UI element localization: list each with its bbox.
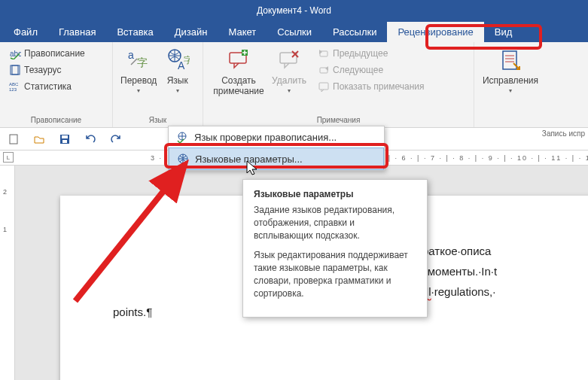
language-label: Язык — [167, 75, 188, 86]
title-bar: Документ4 - Word — [0, 0, 588, 21]
svg-rect-15 — [319, 83, 328, 90]
new-comment-label: Создать примечание — [211, 75, 267, 96]
svg-rect-22 — [62, 140, 67, 143]
track-changes-label: Исправления — [483, 75, 538, 86]
group-comments: Создать примечание Удалить ▾ Предыдущее — [203, 42, 474, 127]
new-comment-button[interactable]: Создать примечание — [209, 45, 268, 99]
vruler-tick: 2 — [3, 188, 7, 196]
chevron-down-icon: ▾ — [509, 87, 512, 94]
translate-button[interactable]: а字 Перевод ▾ — [119, 45, 158, 97]
qat-new-button[interactable] — [6, 132, 21, 147]
tab-layout[interactable]: Макет — [218, 22, 267, 42]
menu-language-preferences[interactable]: Языковые параметры... — [169, 147, 384, 170]
prev-comment-button[interactable]: Предыдущее — [315, 45, 428, 62]
new-comment-icon — [227, 48, 251, 72]
tab-home[interactable]: Главная — [48, 22, 106, 42]
ruler-tab-selector[interactable]: L — [3, 152, 14, 163]
thesaurus-icon — [9, 64, 21, 76]
tab-file[interactable]: Файл — [3, 22, 48, 42]
svg-rect-19 — [10, 135, 17, 144]
prev-comment-icon — [318, 47, 330, 59]
svg-text:字: 字 — [137, 56, 148, 68]
tooltip-paragraph-1: Задание языков редактирования, отображен… — [254, 204, 416, 242]
menu-set-proofing-language[interactable]: Язык проверки правописания... — [169, 126, 384, 147]
tab-references[interactable]: Ссылки — [267, 22, 322, 42]
qat-redo-button[interactable] — [108, 132, 123, 147]
track-changes-button[interactable]: Исправления ▾ — [480, 45, 541, 97]
chevron-down-icon: ▾ — [137, 87, 140, 94]
tracking-status-label: Запись испр — [542, 129, 585, 138]
show-comments-button[interactable]: Показать примечания — [315, 78, 428, 95]
next-comment-label: Следующее — [333, 65, 383, 75]
show-comments-label: Показать примечания — [333, 81, 425, 92]
svg-text:а: а — [128, 49, 134, 61]
group-proofing-label: Правописание — [6, 114, 106, 126]
statistics-button[interactable]: ABC123 Статистика — [6, 78, 88, 95]
tab-mailings[interactable]: Рассылки — [322, 22, 387, 42]
svg-text:字: 字 — [184, 55, 190, 65]
thesaurus-label: Тезаурус — [24, 65, 61, 75]
track-changes-icon — [498, 48, 522, 72]
svg-text:ABC: ABC — [9, 82, 19, 87]
qat-undo-button[interactable] — [83, 132, 98, 147]
tab-view[interactable]: Вид — [484, 22, 523, 42]
group-comments-label: Примечания — [209, 114, 468, 126]
tab-review[interactable]: Рецензирование — [387, 22, 483, 42]
next-comment-icon — [318, 64, 330, 76]
chevron-down-icon: ▾ — [288, 87, 291, 94]
menu-proofing-label: Язык проверки правописания... — [194, 132, 337, 143]
vruler-tick: 1 — [3, 226, 7, 233]
thesaurus-button[interactable]: Тезаурус — [6, 62, 88, 78]
tab-insert[interactable]: Вставка — [106, 22, 163, 42]
svg-rect-16 — [503, 51, 516, 69]
svg-rect-21 — [62, 135, 68, 138]
statistics-icon: ABC123 — [9, 81, 21, 93]
qat-save-button[interactable] — [57, 132, 72, 147]
statistics-label: Статистика — [24, 81, 72, 92]
delete-comment-label: Удалить — [272, 75, 306, 86]
tooltip-paragraph-2: Язык редактирования поддерживает такие я… — [254, 249, 416, 299]
language-preferences-icon — [177, 153, 189, 165]
group-tracking: Исправления ▾ Запись испр — [474, 42, 572, 127]
qat-open-button[interactable] — [32, 132, 47, 147]
translate-icon: а字 — [126, 48, 151, 72]
language-icon: A字 — [166, 48, 190, 72]
translate-label: Перевод — [120, 75, 157, 86]
delete-comment-icon — [277, 48, 301, 72]
ribbon: abc Правописание Тезаурус ABC123 Статист… — [0, 42, 588, 128]
menu-langprefs-label: Языковые параметры... — [195, 154, 303, 165]
show-comments-icon — [318, 81, 330, 93]
chevron-down-icon: ▾ — [176, 87, 179, 94]
spelling-icon: abc — [9, 47, 21, 59]
vertical-ruler[interactable]: 2 1 — [0, 166, 15, 380]
language-dropdown-menu: Язык проверки правописания... Языковые п… — [168, 126, 385, 171]
group-language-label: Язык — [119, 114, 197, 126]
tooltip-title: Языковые параметры — [254, 189, 416, 199]
prev-comment-label: Предыдущее — [333, 48, 388, 59]
spelling-label: Правописание — [24, 48, 85, 59]
spelling-button[interactable]: abc Правописание — [6, 45, 88, 62]
proofing-language-icon — [176, 131, 188, 143]
ribbon-tabs: Файл Главная Вставка Дизайн Макет Ссылки… — [0, 21, 588, 42]
language-button[interactable]: A字 Язык ▾ — [158, 45, 197, 97]
tab-design[interactable]: Дизайн — [164, 22, 218, 42]
svg-text:123: 123 — [9, 87, 17, 92]
group-proofing: abc Правописание Тезаурус ABC123 Статист… — [0, 42, 113, 127]
next-comment-button[interactable]: Следующее — [315, 62, 428, 78]
tooltip-language-preferences: Языковые параметры Задание языков редакт… — [242, 179, 428, 318]
window-title: Документ4 - Word — [257, 5, 331, 16]
group-language: а字 Перевод ▾ A字 Язык ▾ Язык — [113, 42, 203, 127]
delete-comment-button[interactable]: Удалить ▾ — [268, 45, 310, 97]
